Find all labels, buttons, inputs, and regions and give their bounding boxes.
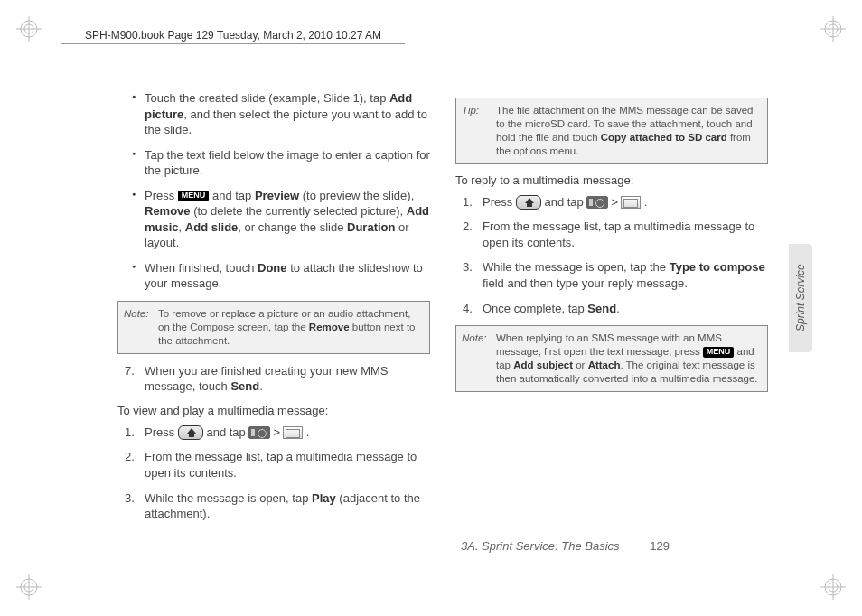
list-item: 3.While the message is open, tap the Typ… (483, 259, 768, 291)
text: (to delete the currently selected pictur… (191, 204, 407, 218)
tip-box: Tip: The file attachment on the MMS mess… (455, 98, 768, 164)
note-label: Note: (462, 331, 487, 345)
text: . (259, 379, 263, 393)
text: and tap (203, 425, 249, 439)
chevron-right-icon: > (611, 195, 618, 209)
step-number: 7. (125, 363, 135, 379)
header-line: SPH-M900.book Page 129 Tuesday, March 2,… (61, 29, 405, 44)
chevron-right-icon: > (273, 425, 280, 439)
text: , (179, 220, 185, 234)
note-box: Note: When replying to an SMS message wi… (455, 325, 768, 392)
text: While the message is open, tap the (483, 260, 670, 274)
subheading: To reply to a multimedia message: (455, 173, 768, 187)
text: While the message is open, tap (145, 491, 312, 505)
bold-text: Add subject (513, 359, 573, 370)
section-title: 3A. Sprint Service: The Basics (461, 539, 620, 553)
bold-text: Play (312, 491, 336, 505)
menu-key-icon: MENU (703, 347, 735, 358)
left-column: Touch the created slide (example, Slide … (117, 90, 430, 531)
tip-label: Tip: (462, 104, 479, 117)
note-box: Note: To remove or replace a picture or … (117, 301, 430, 354)
view-steps: 1.Press and tap > . 2.From the message l… (117, 425, 430, 522)
crop-mark-icon (820, 16, 846, 42)
text: Touch the created slide (example, Slide … (145, 91, 389, 105)
text: field and then type your reply message. (483, 276, 688, 290)
crop-mark-icon (16, 16, 42, 42)
step-number: 2. (463, 219, 473, 235)
bold-text: Add slide (185, 220, 239, 234)
list-item: Tap the text field below the image to en… (145, 147, 430, 179)
text: (to preview the slide), (299, 189, 414, 202)
list-item: 1.Press and tap > . (483, 194, 768, 210)
step-list: 7.When you are finished creating your ne… (117, 363, 430, 395)
subheading: To view and play a multimedia message: (117, 404, 430, 417)
app-drawer-icon (586, 196, 608, 209)
bold-text: Preview (255, 189, 299, 202)
messaging-icon (283, 426, 303, 439)
list-item: When finished, touch Done to attach the … (145, 260, 430, 292)
text: When replying to an SMS message with an … (496, 332, 722, 357)
list-item: 1.Press and tap > . (145, 425, 430, 441)
list-item: 3.While the message is open, tap Play (a… (145, 490, 430, 522)
bold-text: Send (230, 379, 259, 393)
list-item: Press MENU and tap Preview (to preview t… (145, 188, 430, 251)
text: , or change the slide (238, 220, 347, 234)
text: From the message list, tap a multimedia … (145, 450, 417, 480)
crop-mark-icon (16, 574, 42, 600)
text: and tap (541, 195, 587, 209)
step-number: 2. (125, 449, 135, 465)
text: or (573, 359, 588, 370)
bold-text: Duration (347, 220, 395, 234)
step-number: 1. (125, 425, 135, 441)
bold-text: Remove (309, 322, 350, 332)
text: Once complete, tap (483, 302, 587, 315)
text: Press (483, 195, 516, 209)
bold-text: Done (258, 261, 287, 275)
step-number: 4. (463, 301, 473, 317)
list-item: 2.From the message list, tap a multimedi… (145, 449, 430, 481)
home-icon (516, 195, 541, 210)
text: Press (145, 425, 178, 439)
text: . (641, 195, 647, 209)
text: and tap (209, 189, 255, 202)
text: . (303, 425, 309, 439)
crop-mark-icon (820, 574, 846, 600)
list-item: 7.When you are finished creating your ne… (145, 363, 430, 395)
list-item: 4.Once complete, tap Send. (483, 301, 768, 317)
bold-text: Attach (588, 359, 621, 370)
right-column: Tip: The file attachment on the MMS mess… (455, 90, 768, 531)
bold-text: Send (587, 302, 616, 315)
page-footer: 3A. Sprint Service: The Basics 129 (461, 539, 670, 553)
page-number: 129 (650, 539, 670, 553)
side-tab: Sprint Service (789, 244, 812, 352)
step-number: 1. (463, 194, 473, 210)
text: . (616, 302, 620, 315)
text: When you are finished creating your new … (145, 364, 389, 394)
text: When finished, touch (145, 261, 258, 275)
messaging-icon (621, 196, 641, 209)
page-body: Touch the created slide (example, Slide … (117, 90, 768, 531)
step-number: 3. (125, 490, 135, 507)
list-item: 2.From the message list, tap a multimedi… (483, 219, 768, 250)
text: Press (145, 189, 178, 202)
slide-bullets: Touch the created slide (example, Slide … (117, 90, 430, 292)
home-icon (178, 425, 203, 440)
list-item: Touch the created slide (example, Slide … (145, 90, 430, 138)
note-label: Note: (124, 307, 149, 321)
text: From the message list, tap a multimedia … (483, 219, 754, 249)
reply-steps: 1.Press and tap > . 2.From the message l… (455, 194, 768, 316)
app-drawer-icon (248, 426, 270, 439)
menu-key-icon: MENU (178, 191, 210, 201)
text: , and then select the picture you want t… (145, 107, 427, 137)
bold-text: Remove (145, 204, 191, 218)
step-number: 3. (463, 259, 473, 275)
bold-text: Copy attached to SD card (601, 132, 727, 143)
bold-text: Type to compose (670, 260, 765, 274)
